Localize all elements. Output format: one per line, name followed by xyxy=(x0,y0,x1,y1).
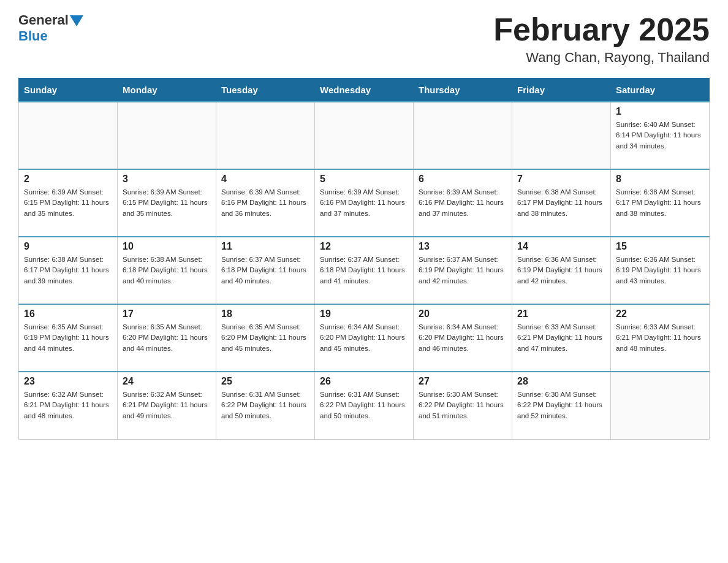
table-cell: 22Sunrise: 6:33 AM Sunset: 6:21 PM Dayli… xyxy=(611,304,710,372)
day-info: Sunrise: 6:31 AM Sunset: 6:22 PM Dayligh… xyxy=(221,389,309,421)
table-cell xyxy=(118,102,216,169)
table-cell: 28Sunrise: 6:30 AM Sunset: 6:22 PM Dayli… xyxy=(512,372,611,439)
day-info: Sunrise: 6:37 AM Sunset: 6:18 PM Dayligh… xyxy=(320,255,408,286)
day-number: 11 xyxy=(221,241,309,252)
logo-general-text: General xyxy=(18,12,69,28)
header-wednesday: Wednesday xyxy=(315,79,414,102)
table-cell xyxy=(19,102,118,169)
table-cell: 13Sunrise: 6:37 AM Sunset: 6:19 PM Dayli… xyxy=(414,237,512,304)
week-row-3: 9Sunrise: 6:38 AM Sunset: 6:17 PM Daylig… xyxy=(19,237,710,304)
day-number: 1 xyxy=(616,106,704,117)
weekday-header-row: Sunday Monday Tuesday Wednesday Thursday… xyxy=(19,79,710,102)
day-info: Sunrise: 6:39 AM Sunset: 6:15 PM Dayligh… xyxy=(24,187,112,219)
day-number: 28 xyxy=(517,376,605,387)
day-info: Sunrise: 6:38 AM Sunset: 6:17 PM Dayligh… xyxy=(616,187,704,219)
table-cell: 2Sunrise: 6:39 AM Sunset: 6:15 PM Daylig… xyxy=(19,169,118,237)
table-cell: 19Sunrise: 6:34 AM Sunset: 6:20 PM Dayli… xyxy=(315,304,414,372)
week-row-1: 1Sunrise: 6:40 AM Sunset: 6:14 PM Daylig… xyxy=(19,102,710,169)
day-info: Sunrise: 6:38 AM Sunset: 6:17 PM Dayligh… xyxy=(517,187,605,219)
table-cell xyxy=(315,102,414,169)
table-cell: 18Sunrise: 6:35 AM Sunset: 6:20 PM Dayli… xyxy=(216,304,315,372)
day-number: 16 xyxy=(24,308,112,320)
day-number: 15 xyxy=(616,241,704,252)
day-number: 3 xyxy=(123,174,211,185)
day-info: Sunrise: 6:36 AM Sunset: 6:19 PM Dayligh… xyxy=(616,255,704,286)
table-cell: 14Sunrise: 6:36 AM Sunset: 6:19 PM Dayli… xyxy=(512,237,611,304)
table-cell: 10Sunrise: 6:38 AM Sunset: 6:18 PM Dayli… xyxy=(118,237,216,304)
day-number: 9 xyxy=(24,241,112,252)
day-info: Sunrise: 6:39 AM Sunset: 6:16 PM Dayligh… xyxy=(221,187,309,219)
day-info: Sunrise: 6:33 AM Sunset: 6:21 PM Dayligh… xyxy=(616,322,704,354)
day-number: 22 xyxy=(616,308,704,320)
table-cell: 23Sunrise: 6:32 AM Sunset: 6:21 PM Dayli… xyxy=(19,372,118,439)
table-cell xyxy=(512,102,611,169)
day-number: 25 xyxy=(221,376,309,387)
table-cell: 1Sunrise: 6:40 AM Sunset: 6:14 PM Daylig… xyxy=(611,102,710,169)
day-number: 13 xyxy=(419,241,507,252)
day-number: 14 xyxy=(517,241,605,252)
day-info: Sunrise: 6:34 AM Sunset: 6:20 PM Dayligh… xyxy=(419,322,507,354)
day-number: 12 xyxy=(320,241,408,252)
day-number: 17 xyxy=(123,308,211,320)
calendar-table: Sunday Monday Tuesday Wednesday Thursday… xyxy=(18,78,710,440)
header-saturday: Saturday xyxy=(611,79,710,102)
day-number: 21 xyxy=(517,308,605,320)
header-thursday: Thursday xyxy=(414,79,512,102)
day-number: 7 xyxy=(517,174,605,185)
table-cell: 27Sunrise: 6:30 AM Sunset: 6:22 PM Dayli… xyxy=(414,372,512,439)
logo-triangle-icon xyxy=(70,15,83,26)
day-number: 5 xyxy=(320,174,408,185)
table-cell xyxy=(216,102,315,169)
day-number: 23 xyxy=(24,376,112,387)
day-info: Sunrise: 6:37 AM Sunset: 6:18 PM Dayligh… xyxy=(221,255,309,286)
day-number: 6 xyxy=(419,174,507,185)
day-info: Sunrise: 6:35 AM Sunset: 6:20 PM Dayligh… xyxy=(221,322,309,354)
page-header: General Blue February 2025 Wang Chan, Ra… xyxy=(18,12,710,66)
day-info: Sunrise: 6:39 AM Sunset: 6:16 PM Dayligh… xyxy=(320,187,408,219)
table-cell: 20Sunrise: 6:34 AM Sunset: 6:20 PM Dayli… xyxy=(414,304,512,372)
table-cell: 15Sunrise: 6:36 AM Sunset: 6:19 PM Dayli… xyxy=(611,237,710,304)
table-cell: 9Sunrise: 6:38 AM Sunset: 6:17 PM Daylig… xyxy=(19,237,118,304)
location-title: Wang Chan, Rayong, Thailand xyxy=(493,50,710,66)
day-number: 8 xyxy=(616,174,704,185)
logo: General Blue xyxy=(18,12,83,44)
day-number: 4 xyxy=(221,174,309,185)
week-row-2: 2Sunrise: 6:39 AM Sunset: 6:15 PM Daylig… xyxy=(19,169,710,237)
logo-blue-text: Blue xyxy=(18,28,48,44)
day-number: 27 xyxy=(419,376,507,387)
day-number: 2 xyxy=(24,174,112,185)
table-cell: 26Sunrise: 6:31 AM Sunset: 6:22 PM Dayli… xyxy=(315,372,414,439)
day-info: Sunrise: 6:37 AM Sunset: 6:19 PM Dayligh… xyxy=(419,255,507,286)
day-number: 26 xyxy=(320,376,408,387)
table-cell: 11Sunrise: 6:37 AM Sunset: 6:18 PM Dayli… xyxy=(216,237,315,304)
table-cell: 17Sunrise: 6:35 AM Sunset: 6:20 PM Dayli… xyxy=(118,304,216,372)
week-row-4: 16Sunrise: 6:35 AM Sunset: 6:19 PM Dayli… xyxy=(19,304,710,372)
table-cell: 21Sunrise: 6:33 AM Sunset: 6:21 PM Dayli… xyxy=(512,304,611,372)
table-cell: 5Sunrise: 6:39 AM Sunset: 6:16 PM Daylig… xyxy=(315,169,414,237)
day-number: 19 xyxy=(320,308,408,320)
day-info: Sunrise: 6:30 AM Sunset: 6:22 PM Dayligh… xyxy=(419,389,507,421)
table-cell: 16Sunrise: 6:35 AM Sunset: 6:19 PM Dayli… xyxy=(19,304,118,372)
header-monday: Monday xyxy=(118,79,216,102)
table-cell: 12Sunrise: 6:37 AM Sunset: 6:18 PM Dayli… xyxy=(315,237,414,304)
day-info: Sunrise: 6:38 AM Sunset: 6:17 PM Dayligh… xyxy=(24,255,112,286)
table-cell: 6Sunrise: 6:39 AM Sunset: 6:16 PM Daylig… xyxy=(414,169,512,237)
day-info: Sunrise: 6:34 AM Sunset: 6:20 PM Dayligh… xyxy=(320,322,408,354)
header-sunday: Sunday xyxy=(19,79,118,102)
table-cell: 8Sunrise: 6:38 AM Sunset: 6:17 PM Daylig… xyxy=(611,169,710,237)
day-number: 10 xyxy=(123,241,211,252)
day-info: Sunrise: 6:33 AM Sunset: 6:21 PM Dayligh… xyxy=(517,322,605,354)
header-friday: Friday xyxy=(512,79,611,102)
table-cell xyxy=(611,372,710,439)
title-area: February 2025 Wang Chan, Rayong, Thailan… xyxy=(493,12,710,66)
day-info: Sunrise: 6:35 AM Sunset: 6:19 PM Dayligh… xyxy=(24,322,112,354)
table-cell xyxy=(414,102,512,169)
day-number: 24 xyxy=(123,376,211,387)
day-info: Sunrise: 6:39 AM Sunset: 6:16 PM Dayligh… xyxy=(419,187,507,219)
day-info: Sunrise: 6:38 AM Sunset: 6:18 PM Dayligh… xyxy=(123,255,211,286)
month-title: February 2025 xyxy=(493,12,710,47)
svg-marker-0 xyxy=(70,15,83,26)
table-cell: 24Sunrise: 6:32 AM Sunset: 6:21 PM Dayli… xyxy=(118,372,216,439)
day-info: Sunrise: 6:36 AM Sunset: 6:19 PM Dayligh… xyxy=(517,255,605,286)
day-info: Sunrise: 6:31 AM Sunset: 6:22 PM Dayligh… xyxy=(320,389,408,421)
